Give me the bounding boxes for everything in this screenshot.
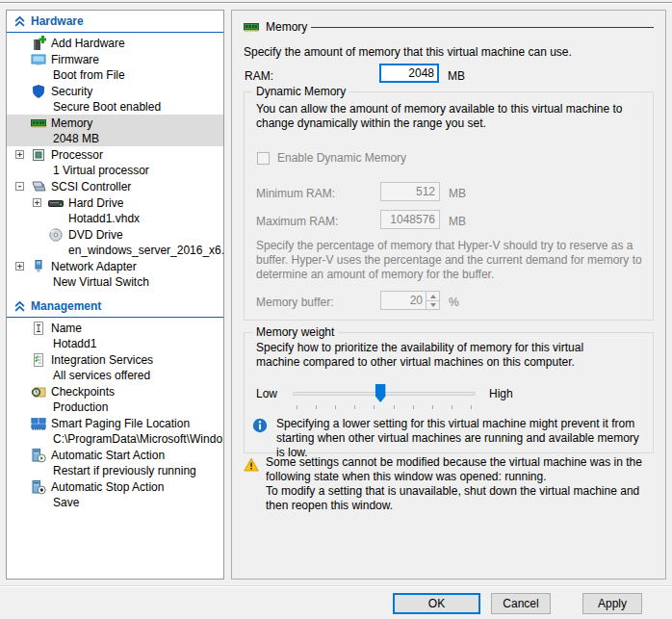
dvd-drive-icon: [48, 227, 64, 243]
automatic-stop-icon: [31, 479, 46, 495]
apply-button[interactable]: Apply: [582, 593, 642, 614]
section-title: Management: [31, 299, 101, 313]
sidebar-item-processor[interactable]: + Processor: [7, 146, 223, 163]
sidebar-item-automatic-start-value: Restart if previously running: [7, 463, 223, 478]
info-icon: [252, 418, 268, 433]
memory-buffer-label: Memory buffer:: [256, 296, 333, 309]
sidebar-item-label: Hard Drive: [68, 196, 123, 210]
spinner-down-icon: [426, 300, 439, 309]
collapse-chevron-icon: [14, 301, 25, 312]
sidebar-item-label: Security: [51, 85, 92, 98]
slider-low-label: Low: [256, 387, 277, 400]
section-title: Hardware: [31, 14, 84, 28]
sidebar-item-smart-paging[interactable]: Smart Paging File Location: [7, 415, 223, 431]
memory-weight-info-text: Specifying a lower setting for this virt…: [276, 417, 644, 460]
sidebar-item-memory-value: 2048 MB: [7, 131, 223, 146]
sidebar-item-automatic-stop-value: Save: [7, 495, 223, 510]
sidebar-item-hard-drive-value: Hotadd1.vhdx: [7, 211, 223, 226]
section-header-hardware[interactable]: Hardware: [7, 11, 223, 33]
sidebar-item-integration-services[interactable]: Integration Services: [7, 351, 223, 368]
sidebar-item-add-hardware[interactable]: Add Hardware: [7, 35, 223, 51]
sidebar-item-dvd-drive-value: en_windows_server_2016_x6...: [7, 243, 223, 258]
minimum-ram-unit: MB: [449, 187, 466, 200]
smart-paging-icon: [31, 416, 46, 431]
memory-icon: [31, 116, 46, 131]
warning-line-1: Some settings cannot be modified because…: [266, 455, 659, 484]
sidebar-item-label: Checkpoints: [51, 385, 115, 399]
hard-drive-icon: [48, 195, 64, 211]
memory-buffer-spinner: [380, 291, 440, 310]
sidebar-item-label: Memory: [51, 116, 92, 130]
sidebar-item-network-adapter-value: New Virtual Switch: [7, 274, 223, 290]
sidebar-item-integration-services-value: All services offered: [7, 368, 223, 383]
network-adapter-icon: [31, 259, 46, 274]
sidebar-item-automatic-start[interactable]: Automatic Start Action: [7, 447, 223, 463]
spinner-up-icon: [426, 292, 439, 300]
ram-unit-label: MB: [448, 69, 465, 83]
sidebar-item-smart-paging-value: C:\ProgramData\Microsoft\Windo...: [7, 431, 223, 447]
section-header-management[interactable]: Management: [7, 296, 223, 318]
memory-weight-slider[interactable]: [293, 384, 476, 402]
firmware-icon: [31, 52, 46, 67]
panel-title-rule: [311, 27, 654, 28]
sidebar-item-label: Automatic Stop Action: [51, 480, 164, 494]
dynamic-memory-group-title: Dynamic Memory: [252, 85, 349, 98]
sidebar-item-automatic-stop[interactable]: Automatic Stop Action: [7, 478, 223, 495]
sidebar-item-label: SCSI Controller: [51, 180, 131, 193]
sidebar-item-firmware[interactable]: Firmware: [7, 51, 223, 67]
memory-weight-description: Specify how to prioritize the availabili…: [256, 341, 620, 370]
memory-icon: [244, 19, 259, 35]
spinner-buttons: [426, 292, 439, 309]
maximum-ram-input: [380, 210, 440, 229]
minimum-ram-input: [380, 182, 440, 201]
minimum-ram-label: Minimum RAM:: [256, 187, 335, 200]
sidebar-item-memory[interactable]: Memory: [7, 115, 223, 131]
collapse-chevron-icon: [14, 16, 25, 27]
expand-icon[interactable]: +: [15, 262, 24, 271]
sidebar-item-network-adapter[interactable]: + Network Adapter: [7, 258, 223, 274]
memory-settings-panel: Memory Specify the amount of memory that…: [231, 10, 666, 580]
settings-navigation-pane: Hardware Add Hardware Firmware Boot from…: [6, 10, 224, 580]
automatic-start-icon: [31, 448, 46, 463]
processor-icon: [31, 147, 46, 163]
expand-icon[interactable]: +: [15, 150, 24, 159]
scsi-controller-icon: [31, 179, 46, 194]
cancel-button[interactable]: Cancel: [491, 593, 551, 614]
maximum-ram-label: Maximum RAM:: [256, 215, 338, 228]
slider-high-label: High: [489, 387, 513, 400]
sidebar-item-checkpoints-value: Production: [7, 400, 223, 415]
slider-ticks: [297, 405, 472, 409]
expand-icon[interactable]: +: [33, 198, 41, 207]
sidebar-item-label: Processor: [51, 148, 103, 162]
enable-dynamic-memory-checkbox: [257, 152, 270, 165]
memory-weight-group-title: Memory weight: [252, 325, 338, 339]
sidebar-item-label: DVD Drive: [68, 228, 123, 242]
collapse-icon[interactable]: -: [15, 182, 24, 191]
warning-text: Some settings cannot be modified because…: [266, 455, 659, 513]
memory-weight-slider-thumb[interactable]: [375, 384, 386, 402]
warning-line-2: To modify a setting that is unavailable,…: [266, 484, 659, 513]
integration-services-icon: [31, 352, 46, 368]
sidebar-item-dvd-drive[interactable]: DVD Drive: [7, 226, 223, 243]
memory-intro-text: Specify the amount of memory that this v…: [244, 45, 648, 60]
sidebar-item-scsi-controller[interactable]: - SCSI Controller: [7, 178, 223, 194]
sidebar-item-name[interactable]: Name: [7, 320, 223, 336]
sidebar-item-label: Firmware: [51, 53, 99, 66]
memory-buffer-unit: %: [449, 296, 459, 309]
sidebar-item-security-value: Secure Boot enabled: [7, 99, 223, 115]
sidebar-item-label: Automatic Start Action: [51, 449, 165, 462]
name-icon: [31, 321, 46, 336]
sidebar-item-label: Integration Services: [51, 353, 153, 367]
warning-icon: [244, 457, 259, 473]
sidebar-item-hard-drive[interactable]: + Hard Drive: [7, 194, 223, 211]
ram-input[interactable]: [379, 64, 439, 83]
sidebar-item-label: Add Hardware: [51, 37, 125, 50]
sidebar-item-label: Network Adapter: [51, 260, 137, 273]
sidebar-item-checkpoints[interactable]: Checkpoints: [7, 383, 223, 400]
window-top-divider: [0, 2, 672, 4]
ok-button[interactable]: OK: [393, 593, 480, 614]
sidebar-item-processor-value: 1 Virtual processor: [7, 163, 223, 178]
sidebar-item-security[interactable]: Security: [7, 83, 223, 99]
maximum-ram-unit: MB: [449, 215, 466, 228]
memory-weight-group: Memory weight Specify how to prioritize …: [244, 332, 654, 453]
